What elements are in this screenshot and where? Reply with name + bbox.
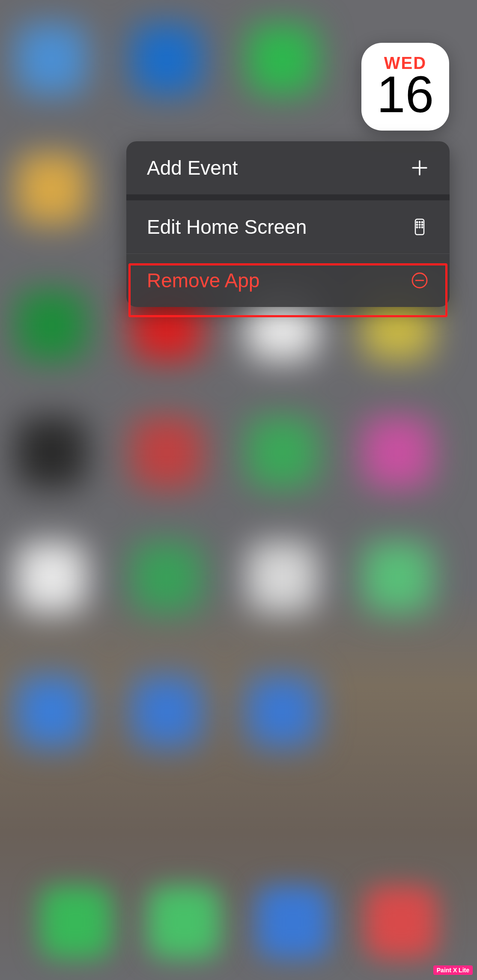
menu-item-edit-home-screen[interactable]: Edit Home Screen bbox=[126, 200, 450, 253]
svg-point-9 bbox=[417, 227, 417, 228]
calendar-app-icon[interactable]: WED 16 bbox=[361, 43, 449, 131]
blurred-app-icon bbox=[247, 24, 318, 95]
svg-point-7 bbox=[419, 224, 420, 225]
blurred-app-icon bbox=[362, 542, 433, 613]
menu-item-label: Add Event bbox=[147, 156, 238, 179]
blurred-app-icon bbox=[16, 154, 87, 224]
blurred-app-icon bbox=[16, 417, 87, 488]
svg-point-4 bbox=[419, 222, 420, 223]
svg-point-5 bbox=[422, 222, 423, 223]
blurred-app-icon bbox=[247, 417, 318, 488]
blurred-app-icon bbox=[16, 542, 87, 613]
svg-point-3 bbox=[417, 222, 417, 223]
calendar-day-number: 16 bbox=[377, 69, 434, 120]
menu-item-label: Edit Home Screen bbox=[147, 215, 307, 238]
menu-item-remove-app[interactable]: Remove App bbox=[126, 254, 450, 307]
blurred-app-icon bbox=[131, 676, 202, 747]
blurred-app-icon bbox=[247, 676, 318, 747]
dock-app-icon bbox=[365, 886, 438, 959]
blurred-app-icon bbox=[16, 290, 87, 361]
watermark-badge: Paint X Lite bbox=[433, 965, 473, 975]
dock-app-icon bbox=[256, 886, 329, 959]
menu-item-label: Remove App bbox=[147, 269, 259, 292]
dock-app-icon bbox=[39, 886, 112, 959]
blurred-app-icon bbox=[362, 417, 433, 488]
dock bbox=[13, 877, 464, 967]
svg-point-10 bbox=[419, 227, 420, 228]
blurred-app-icon bbox=[16, 24, 87, 95]
svg-point-6 bbox=[417, 224, 417, 225]
blurred-app-icon bbox=[131, 542, 202, 613]
blurred-app-icon bbox=[131, 24, 202, 95]
blurred-app-icon bbox=[247, 542, 318, 613]
minus-circle-icon bbox=[410, 271, 429, 290]
blurred-app-icon bbox=[16, 676, 87, 747]
plus-icon bbox=[410, 158, 429, 177]
svg-point-11 bbox=[422, 227, 423, 228]
menu-item-add-event[interactable]: Add Event bbox=[126, 141, 450, 194]
blurred-app-icon bbox=[131, 417, 202, 488]
phone-icon bbox=[410, 217, 429, 236]
dock-app-icon bbox=[148, 886, 221, 959]
context-menu: Add Event Edit Home Screen bbox=[126, 141, 450, 307]
menu-separator bbox=[126, 194, 450, 200]
svg-point-8 bbox=[422, 224, 423, 225]
